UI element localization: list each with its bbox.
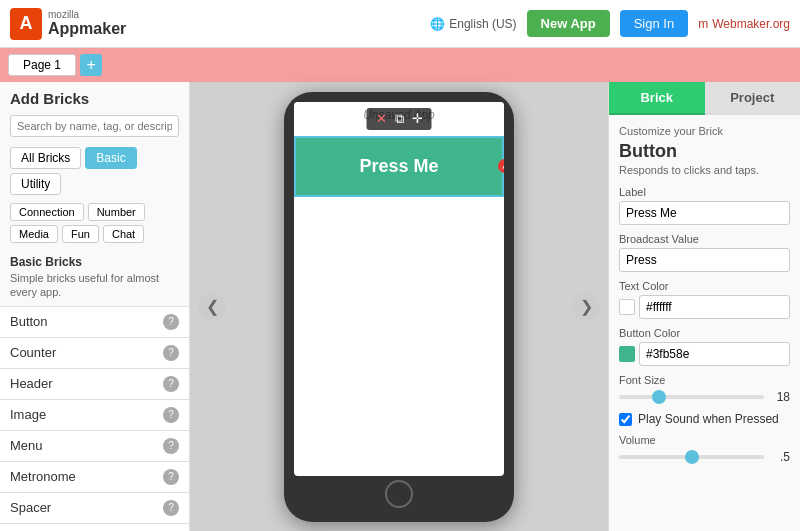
page-tab-1[interactable]: Page 1 [8, 54, 76, 76]
tab-project[interactable]: Project [705, 82, 801, 115]
filter-buttons: All Bricks Basic Utility [0, 141, 189, 201]
panel-content: Customize your Brick Button Responds to … [609, 115, 800, 531]
brick-button[interactable]: Button ? [0, 306, 189, 337]
brick-text[interactable]: Text ? [0, 523, 189, 531]
phone-screen: Unsaved App ✕ ⧉ ✛ Press Me A [294, 102, 504, 476]
brick-counter-label: Counter [10, 345, 56, 360]
header: A mozilla Appmaker 🌐 English (US) New Ap… [0, 0, 800, 48]
panel-tabs: Brick Project [609, 82, 800, 115]
search-input[interactable] [10, 115, 179, 137]
text-color-field [619, 295, 790, 319]
brick-image-label: Image [10, 407, 46, 422]
brick-header-label: Header [10, 376, 53, 391]
brick-metronome-help[interactable]: ? [163, 469, 179, 485]
button-color-field-label: Button Color [619, 327, 790, 339]
brick-menu-label: Menu [10, 438, 43, 453]
home-button[interactable] [385, 480, 413, 508]
brick-spacer-label: Spacer [10, 500, 51, 515]
section-title: Basic Bricks [0, 249, 189, 271]
tag-connection[interactable]: Connection [10, 203, 84, 221]
play-sound-row: Play Sound when Pressed [619, 412, 790, 426]
webmaker-link[interactable]: m Webmaker.org [698, 17, 790, 31]
brick-image[interactable]: Image ? [0, 399, 189, 430]
font-size-slider-row: 18 [619, 390, 790, 404]
play-sound-checkbox[interactable] [619, 413, 632, 426]
brick-menu-help[interactable]: ? [163, 438, 179, 454]
filter-basic[interactable]: Basic [85, 147, 136, 169]
logo-icon: A [10, 8, 42, 40]
webmaker-icon: m [698, 17, 708, 31]
brick-spacer-help[interactable]: ? [163, 500, 179, 516]
tag-number[interactable]: Number [88, 203, 145, 221]
volume-field-label: Volume [619, 434, 790, 446]
language-selector[interactable]: 🌐 English (US) [430, 17, 516, 31]
broadcast-input[interactable] [619, 248, 790, 272]
phone-home-bar [294, 476, 504, 512]
text-color-swatch[interactable] [619, 299, 635, 315]
brick-close-icon[interactable]: ✕ [373, 111, 390, 127]
brick-button-help[interactable]: ? [163, 314, 179, 330]
text-color-input[interactable] [639, 295, 790, 319]
button-color-field [619, 342, 790, 366]
volume-value: .5 [770, 450, 790, 464]
brick-counter-help[interactable]: ? [163, 345, 179, 361]
brick-counter[interactable]: Counter ? [0, 337, 189, 368]
volume-slider[interactable] [619, 455, 764, 459]
logo-appmaker: Appmaker [48, 20, 126, 38]
right-panel: Brick Project Customize your Brick Butto… [608, 82, 800, 531]
volume-slider-row: .5 [619, 450, 790, 464]
sign-in-button[interactable]: Sign In [620, 10, 688, 37]
play-sound-label: Play Sound when Pressed [638, 412, 779, 426]
brick-type-name: Button [619, 141, 790, 162]
brick-header-help[interactable]: ? [163, 376, 179, 392]
tag-media[interactable]: Media [10, 225, 58, 243]
font-size-field-label: Font Size [619, 374, 790, 386]
label-field-label: Label [619, 186, 790, 198]
tag-chat[interactable]: Chat [103, 225, 144, 243]
tab-brick[interactable]: Brick [609, 82, 705, 115]
brick-move-icon[interactable]: ✛ [409, 111, 426, 127]
button-color-input[interactable] [639, 342, 790, 366]
press-me-button[interactable]: Press Me [294, 136, 504, 197]
lang-label: English (US) [449, 17, 516, 31]
main-layout: Add Bricks All Bricks Basic Utility Conn… [0, 82, 800, 531]
search-wrap [0, 111, 189, 141]
broadcast-field-label: Broadcast Value [619, 233, 790, 245]
brick-metronome[interactable]: Metronome ? [0, 461, 189, 492]
brick-metronome-label: Metronome [10, 469, 76, 484]
filter-all[interactable]: All Bricks [10, 147, 81, 169]
sidebar: Add Bricks All Bricks Basic Utility Conn… [0, 82, 190, 531]
brick-image-help[interactable]: ? [163, 407, 179, 423]
section-desc: Simple bricks useful for almost every ap… [0, 271, 189, 306]
logo-text: mozilla Appmaker [48, 9, 126, 38]
brick-button-label: Button [10, 314, 48, 329]
customize-title: Customize your Brick [619, 125, 790, 137]
phone-mockup: Unsaved App ✕ ⧉ ✛ Press Me A [284, 92, 514, 522]
brick-toolbar: ✕ ⧉ ✛ [367, 108, 432, 130]
globe-icon: 🌐 [430, 17, 445, 31]
font-size-slider[interactable] [619, 395, 764, 399]
logo-area: A mozilla Appmaker [10, 8, 126, 40]
sidebar-title: Add Bricks [0, 82, 189, 111]
brick-description: Responds to clicks and taps. [619, 164, 790, 176]
font-size-value: 18 [770, 390, 790, 404]
tag-buttons: Connection Number Media Fun Chat [0, 201, 189, 249]
next-page-arrow[interactable]: ❯ [572, 293, 600, 321]
button-color-swatch[interactable] [619, 346, 635, 362]
brick-header[interactable]: Header ? [0, 368, 189, 399]
logo-mozilla: mozilla [48, 9, 126, 20]
new-app-button[interactable]: New App [527, 10, 610, 37]
brick-spacer[interactable]: Spacer ? [0, 492, 189, 523]
canvas-area: ❮ Unsaved App ✕ ⧉ ✛ Press Me A ❯ [190, 82, 608, 531]
page-tabs: Page 1 + [0, 48, 800, 82]
filter-utility[interactable]: Utility [10, 173, 61, 195]
brick-menu[interactable]: Menu ? [0, 430, 189, 461]
brick-duplicate-icon[interactable]: ⧉ [392, 111, 407, 127]
add-page-button[interactable]: + [80, 54, 102, 76]
text-color-field-label: Text Color [619, 280, 790, 292]
webmaker-label: Webmaker.org [712, 17, 790, 31]
button-brick-container: ✕ ⧉ ✛ Press Me A [294, 136, 504, 197]
tag-fun[interactable]: Fun [62, 225, 99, 243]
label-input[interactable] [619, 201, 790, 225]
prev-page-arrow[interactable]: ❮ [198, 293, 226, 321]
